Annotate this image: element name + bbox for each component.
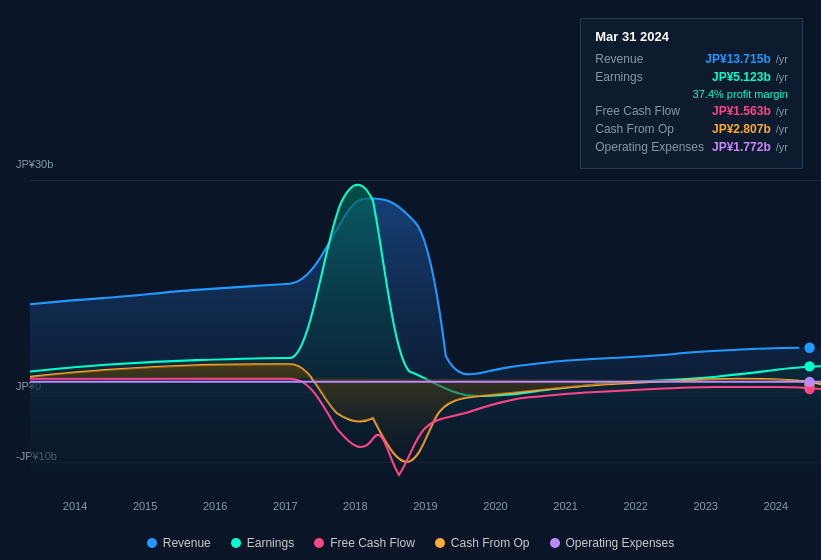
y-axis-top: JP¥30b [16,158,53,170]
legend-revenue-label: Revenue [163,536,211,550]
tooltip-date: Mar 31 2024 [595,29,788,44]
x-label-2015: 2015 [133,500,157,512]
x-label-2019: 2019 [413,500,437,512]
x-label-2021: 2021 [553,500,577,512]
revenue-dot [804,343,814,353]
x-label-2014: 2014 [63,500,87,512]
chart-svg [30,170,821,480]
tooltip-opex-label: Operating Expenses [595,140,704,154]
chart-legend: Revenue Earnings Free Cash Flow Cash Fro… [0,536,821,550]
legend-fcf-label: Free Cash Flow [330,536,415,550]
legend-fcf-dot [314,538,324,548]
tooltip-margin-value: 37.4% profit margin [693,88,788,100]
legend-opex[interactable]: Operating Expenses [550,536,675,550]
tooltip-earnings-value: JP¥5.123b [712,70,771,84]
tooltip-fcf-row: Free Cash Flow JP¥1.563b /yr [595,104,788,118]
legend-earnings[interactable]: Earnings [231,536,294,550]
tooltip-revenue-value: JP¥13.715b [705,52,770,66]
tooltip-panel: Mar 31 2024 Revenue JP¥13.715b /yr Earni… [580,18,803,169]
legend-cashop-label: Cash From Op [451,536,530,550]
tooltip-revenue-row: Revenue JP¥13.715b /yr [595,52,788,66]
tooltip-earnings-row: Earnings JP¥5.123b /yr [595,70,788,84]
x-label-2018: 2018 [343,500,367,512]
x-label-2020: 2020 [483,500,507,512]
legend-revenue[interactable]: Revenue [147,536,211,550]
tooltip-cashop-value: JP¥2.807b [712,122,771,136]
legend-fcf[interactable]: Free Cash Flow [314,536,415,550]
x-label-2023: 2023 [694,500,718,512]
earnings-dot [804,361,814,371]
x-label-2022: 2022 [623,500,647,512]
legend-opex-label: Operating Expenses [566,536,675,550]
x-label-2017: 2017 [273,500,297,512]
tooltip-cashop-label: Cash From Op [595,122,674,136]
tooltip-earnings-label: Earnings [595,70,642,84]
legend-cashop-dot [435,538,445,548]
tooltip-opex-value: JP¥1.772b [712,140,771,154]
legend-opex-dot [550,538,560,548]
tooltip-margin-row: 37.4% profit margin [595,88,788,100]
legend-cashop[interactable]: Cash From Op [435,536,530,550]
x-axis: 2014 2015 2016 2017 2018 2019 2020 2021 … [30,500,821,512]
legend-earnings-dot [231,538,241,548]
x-label-2016: 2016 [203,500,227,512]
tooltip-opex-row: Operating Expenses JP¥1.772b /yr [595,140,788,154]
tooltip-fcf-label: Free Cash Flow [595,104,680,118]
tooltip-cashop-row: Cash From Op JP¥2.807b /yr [595,122,788,136]
tooltip-revenue-label: Revenue [595,52,643,66]
tooltip-fcf-value: JP¥1.563b [712,104,771,118]
opex-dot [804,377,814,387]
legend-earnings-label: Earnings [247,536,294,550]
x-label-2024: 2024 [764,500,788,512]
legend-revenue-dot [147,538,157,548]
